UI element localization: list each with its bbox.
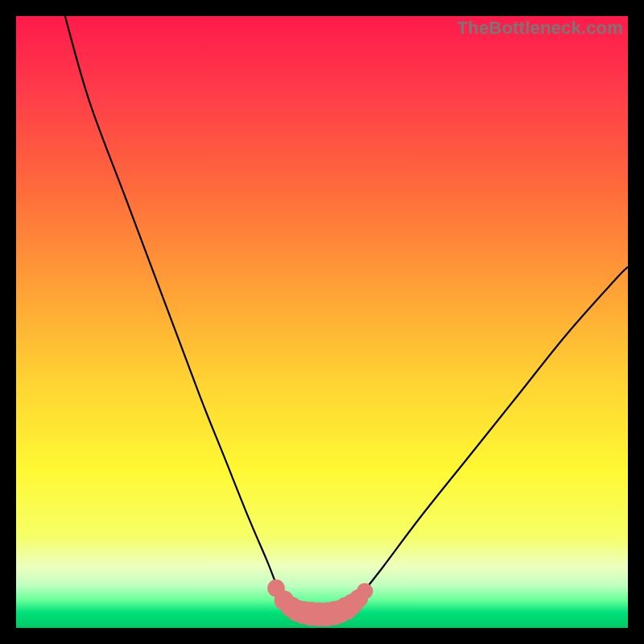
bottom-dots-group	[267, 580, 373, 626]
bottom-dot	[357, 583, 373, 599]
bottleneck-curve	[65, 16, 628, 615]
plot-frame: TheBottleneck.com	[16, 16, 628, 628]
chart-svg	[16, 16, 628, 628]
